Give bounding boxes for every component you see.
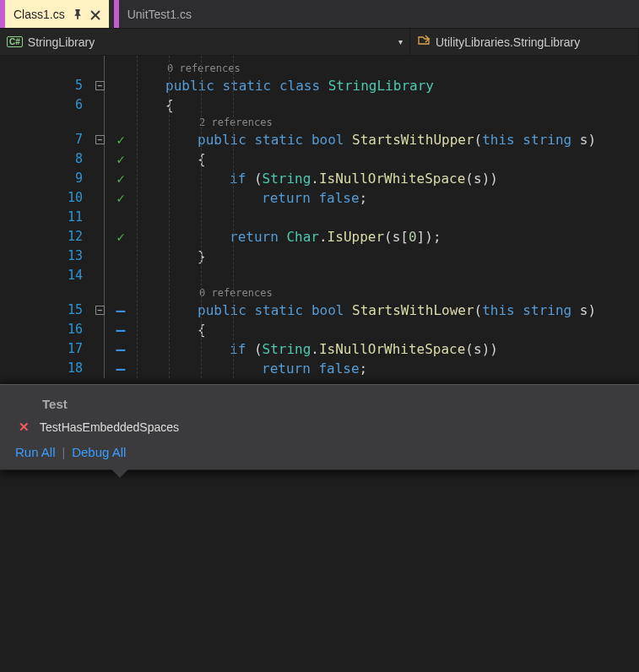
- covered-icon: ✓: [116, 227, 125, 247]
- line-number: 15: [15, 301, 91, 320]
- line-number: 16: [15, 320, 91, 339]
- code-line[interactable]: 5 − public static class StringLibrary: [0, 76, 639, 95]
- nav-scope-label: StringLibrary: [28, 35, 95, 49]
- code-text: {: [165, 95, 174, 115]
- code-editor[interactable]: 0 references 5 − public static class Str…: [0, 56, 639, 378]
- line-number: 9: [15, 169, 91, 188]
- code-text: return false;: [262, 188, 367, 208]
- line-number: 18: [15, 359, 91, 378]
- code-line[interactable]: 14: [0, 266, 639, 285]
- covered-icon: ✓: [116, 130, 125, 149]
- line-number: 13: [15, 247, 91, 266]
- code-text: public static bool StartsWithLower(this …: [198, 301, 596, 320]
- pin-icon[interactable]: [72, 8, 84, 20]
- code-line[interactable]: 8 ✓ {: [0, 149, 639, 169]
- failed-test-row[interactable]: ✕ TestHasEmbeddedSpaces: [19, 420, 624, 435]
- csharp-icon: C#: [7, 36, 23, 47]
- nav-location-label: UtilityLibraries.StringLibrary: [436, 35, 580, 49]
- tab-bar: Class1.cs UnitTest1.cs: [0, 0, 639, 29]
- not-covered-icon: —: [116, 345, 126, 354]
- line-number: 5: [15, 76, 91, 95]
- code-line[interactable]: 7 − ✓ public static bool StartsWithUpper…: [0, 130, 639, 149]
- code-text: {: [198, 320, 206, 339]
- debug-all-link[interactable]: Debug All: [72, 445, 126, 459]
- code-text: public static bool StartsWithUpper(this …: [198, 130, 596, 149]
- code-text: return Char.IsUpper(s[0]);: [230, 227, 441, 247]
- fold-toggle[interactable]: −: [95, 306, 105, 315]
- line-number: 7: [15, 130, 91, 149]
- class-icon: [417, 34, 431, 50]
- line-number: 6: [15, 95, 91, 115]
- code-line[interactable]: 6 {: [0, 95, 639, 115]
- code-line[interactable]: 15 − — public static bool StartsWithLowe…: [0, 301, 639, 320]
- tab-class1[interactable]: Class1.cs: [0, 0, 109, 28]
- line-number: 10: [15, 188, 91, 208]
- code-line[interactable]: 17 — if (String.IsNullOrWhiteSpace(s)): [0, 339, 639, 359]
- code-line[interactable]: 16 — {: [0, 320, 639, 339]
- link-divider: |: [62, 446, 66, 459]
- code-line[interactable]: 13 }: [0, 247, 639, 266]
- popup-heading: Test: [42, 397, 624, 411]
- codelens-references[interactable]: 2 references: [0, 115, 639, 130]
- code-text: if (String.IsNullOrWhiteSpace(s)): [230, 339, 498, 359]
- code-line[interactable]: 18 — return false;: [0, 359, 639, 378]
- test-name: TestHasEmbeddedSpaces: [40, 420, 179, 434]
- not-covered-icon: —: [116, 365, 126, 373]
- nav-scope-dropdown[interactable]: C# StringLibrary ▾: [0, 29, 410, 55]
- line-number: 12: [15, 227, 91, 247]
- code-line[interactable]: 11: [0, 208, 639, 227]
- code-text: public static class StringLibrary: [165, 76, 434, 95]
- line-number: 14: [15, 266, 91, 285]
- code-line[interactable]: 12 ✓ return Char.IsUpper(s[0]);: [0, 227, 639, 247]
- chevron-down-icon: ▾: [398, 37, 403, 46]
- code-text: if (String.IsNullOrWhiteSpace(s)): [230, 169, 498, 188]
- nav-location-dropdown[interactable]: UtilityLibraries.StringLibrary: [410, 29, 639, 55]
- fail-icon: ✕: [19, 420, 30, 435]
- tab-label: Class1.cs: [14, 8, 65, 21]
- not-covered-icon: —: [116, 306, 126, 315]
- navigation-bar: C# StringLibrary ▾ UtilityLibraries.Stri…: [0, 29, 639, 56]
- codelens-references[interactable]: 0 references: [0, 285, 639, 301]
- popup-pointer-icon: [111, 469, 128, 478]
- codelens-references[interactable]: 0 references: [0, 61, 639, 76]
- tab-unittest1[interactable]: UnitTest1.cs: [114, 0, 200, 28]
- covered-icon: ✓: [116, 188, 125, 208]
- not-covered-icon: —: [116, 326, 126, 334]
- covered-icon: ✓: [116, 149, 125, 169]
- fold-toggle[interactable]: −: [95, 135, 105, 144]
- line-number: 11: [15, 208, 91, 227]
- code-line[interactable]: 10 ✓ return false;: [0, 188, 639, 208]
- run-all-link[interactable]: Run All: [15, 445, 56, 459]
- fold-toggle[interactable]: −: [95, 81, 105, 90]
- tab-label: UnitTest1.cs: [127, 8, 192, 21]
- test-results-popup: Test ✕ TestHasEmbeddedSpaces Run All | D…: [0, 384, 639, 470]
- code-text: }: [198, 247, 206, 266]
- code-text: return false;: [262, 359, 367, 378]
- line-number: 8: [15, 149, 91, 169]
- line-number: 17: [15, 339, 91, 359]
- close-icon[interactable]: [90, 9, 100, 19]
- code-text: {: [198, 149, 206, 169]
- code-line[interactable]: 9 ✓ if (String.IsNullOrWhiteSpace(s)): [0, 169, 639, 188]
- covered-icon: ✓: [116, 169, 125, 188]
